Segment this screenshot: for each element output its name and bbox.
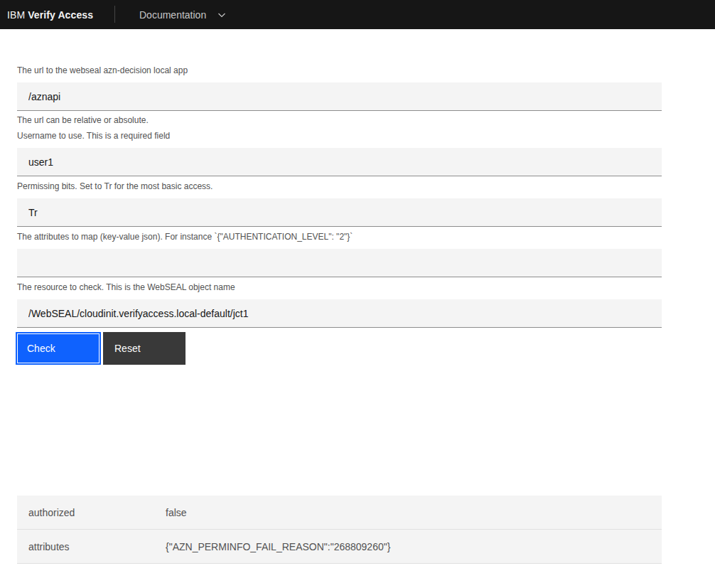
resource-input[interactable] — [17, 299, 662, 328]
table-row-attributes: attributes {"AZN_PERMINFO_FAIL_REASON":"… — [17, 530, 662, 564]
field-url-label: The url to the webseal azn-decision loca… — [17, 65, 715, 76]
field-username-label: Username to use. This is a required fiel… — [17, 130, 715, 141]
field-username: Username to use. This is a required fiel… — [17, 130, 715, 176]
field-attributes: The attributes to map (key-value json). … — [17, 231, 715, 277]
nav-documentation-label: Documentation — [139, 9, 206, 21]
app-title: IBM Verify Access — [0, 9, 107, 21]
field-permissions: Permissing bits. Set to Tr for the most … — [17, 181, 715, 227]
chevron-down-icon — [216, 9, 227, 21]
result-key: attributes — [17, 541, 154, 552]
field-resource-label: The resource to check. This is the WebSE… — [17, 282, 715, 293]
azn-check-form: The url to the webseal azn-decision loca… — [0, 29, 715, 564]
field-url: The url to the webseal azn-decision loca… — [17, 65, 715, 126]
reset-button[interactable]: Reset — [103, 332, 186, 365]
check-button[interactable]: Check — [16, 332, 101, 365]
url-input[interactable] — [17, 82, 662, 111]
result-value: {"AZN_PERMINFO_FAIL_REASON":"268809260"} — [154, 541, 390, 552]
permissions-input[interactable] — [17, 198, 662, 227]
nav-documentation[interactable]: Documentation — [139, 9, 227, 21]
header-divider — [114, 6, 115, 23]
field-resource: The resource to check. This is the WebSE… — [17, 282, 715, 328]
field-permissions-label: Permissing bits. Set to Tr for the most … — [17, 181, 715, 192]
brand-prefix: IBM — [7, 9, 25, 21]
attributes-input[interactable] — [17, 249, 662, 277]
form-actions: Check Reset — [16, 332, 715, 365]
table-row-authorized: authorized false — [17, 496, 662, 530]
field-url-helper: The url can be relative or absolute. — [17, 114, 715, 126]
app-header: IBM Verify Access Documentation — [0, 0, 715, 29]
username-input[interactable] — [17, 148, 662, 176]
brand-name: Verify Access — [28, 9, 93, 21]
results-table: authorized false attributes {"AZN_PERMIN… — [17, 496, 662, 564]
field-attributes-label: The attributes to map (key-value json). … — [17, 231, 715, 242]
result-key: authorized — [17, 507, 154, 518]
result-value: false — [154, 507, 187, 518]
